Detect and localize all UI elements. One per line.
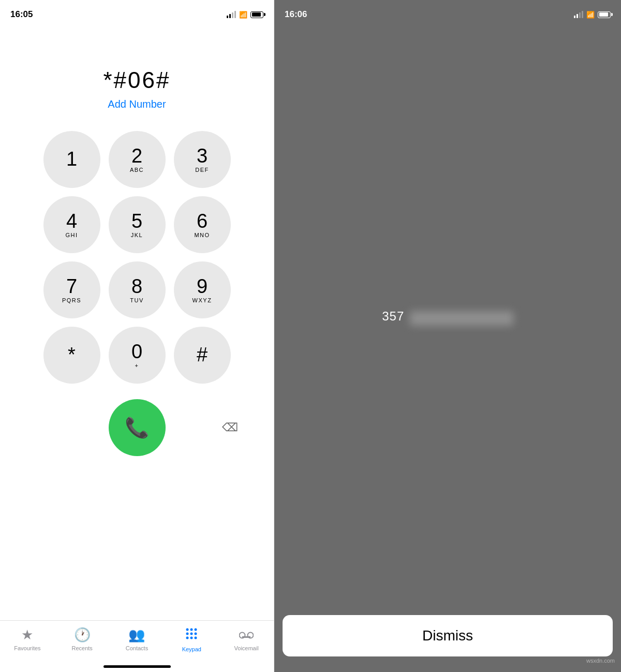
imei-prefix: 357 [382, 309, 404, 323]
tab-voicemail[interactable]: Voicemail [228, 627, 264, 651]
svg-point-2 [195, 629, 197, 631]
key-8-button[interactable]: 8TUV [109, 261, 166, 318]
tab-voicemail-label: Voicemail [234, 645, 259, 651]
dismiss-container: Dismiss [274, 609, 621, 672]
key-8-letters: TUV [130, 297, 144, 303]
key-6-button[interactable]: 6MNO [174, 196, 231, 253]
key-8-number: 8 [131, 276, 142, 296]
key-9-number: 9 [197, 276, 208, 296]
right-time: 16:06 [285, 9, 307, 20]
key-9-letters: WXYZ [193, 297, 212, 303]
svg-point-6 [186, 637, 189, 639]
dialer-content: *#06# Add Number 12ABC3DEF4GHI5JKL6MNO7P… [0, 26, 274, 620]
right-status-bar: 16:06 📶 [274, 0, 621, 26]
tab-keypad-label: Keypad [182, 646, 201, 652]
svg-point-4 [190, 633, 193, 635]
right-wifi-icon: 📶 [586, 11, 595, 19]
key-3-button[interactable]: 3DEF [174, 131, 231, 188]
key-5-letters: JKL [131, 232, 143, 238]
key-5-number: 5 [131, 211, 142, 231]
svg-point-7 [190, 637, 193, 639]
key-0-letters: + [135, 362, 139, 369]
imei-value: 357 [382, 309, 513, 326]
action-row: 📞 ⌫ [0, 399, 274, 456]
svg-point-8 [195, 637, 197, 639]
left-status-icons: 📶 [227, 11, 263, 19]
svg-point-5 [195, 633, 197, 635]
key-4-letters: GHI [65, 232, 78, 238]
key-0-number: 0 [131, 342, 142, 361]
key-3-number: 3 [197, 146, 208, 166]
key-2-letters: ABC [130, 167, 144, 173]
key-*-number: * [68, 345, 76, 364]
key-7-number: 7 [66, 276, 77, 296]
key-7-letters: PQRS [62, 297, 81, 303]
keypad-icon [185, 627, 198, 644]
imei-display-area: 357 [274, 26, 621, 609]
key-7-button[interactable]: 7PQRS [43, 261, 100, 318]
key-1-number: 1 [66, 149, 77, 169]
tab-favourites-label: Favourites [14, 645, 40, 651]
signal-bars-icon [227, 11, 236, 18]
keypad-grid: 12ABC3DEF4GHI5JKL6MNO7PQRS8TUV9WXYZ*0+# [43, 131, 231, 384]
right-signal-bars-icon [574, 11, 583, 18]
key-4-button[interactable]: 4GHI [43, 196, 100, 253]
favourites-icon: ★ [21, 627, 33, 643]
wifi-icon: 📶 [239, 11, 247, 19]
dialed-number: *#06# [103, 67, 170, 93]
tab-keypad[interactable]: Keypad [173, 627, 210, 652]
key-2-number: 2 [131, 146, 142, 166]
key-6-letters: MNO [194, 232, 210, 238]
phone-icon: 📞 [125, 416, 149, 439]
tab-recents-label: Recents [72, 645, 93, 651]
key-3-letters: DEF [195, 167, 209, 173]
key-2-button[interactable]: 2ABC [109, 131, 166, 188]
contacts-icon: 👥 [128, 627, 145, 643]
key-9-button[interactable]: 9WXYZ [174, 261, 231, 318]
right-battery-icon [598, 11, 611, 18]
key-5-button[interactable]: 5JKL [109, 196, 166, 253]
key-6-number: 6 [197, 211, 208, 231]
left-status-bar: 16:05 📶 [0, 0, 274, 26]
svg-point-0 [186, 629, 189, 631]
svg-point-1 [190, 629, 193, 631]
key-0-button[interactable]: 0+ [109, 327, 166, 384]
add-number-button[interactable]: Add Number [108, 98, 166, 110]
tab-recents[interactable]: 🕐 Recents [64, 627, 100, 651]
voicemail-icon [239, 627, 254, 643]
dismiss-button[interactable]: Dismiss [283, 615, 613, 656]
key-1-button[interactable]: 1 [43, 131, 100, 188]
delete-icon: ⌫ [222, 421, 238, 434]
call-button[interactable]: 📞 [109, 399, 166, 456]
right-phone-screen: 16:06 📶 357 Dismiss wsxdn.com [274, 0, 621, 672]
imei-redacted [410, 311, 513, 326]
battery-icon [250, 11, 263, 18]
tab-favourites[interactable]: ★ Favourites [9, 627, 46, 651]
right-status-icons: 📶 [574, 11, 611, 19]
delete-button[interactable]: ⌫ [217, 415, 243, 441]
left-phone-screen: 16:05 📶 *#06# Add Number 12ABC3DEF4GHI5J… [0, 0, 274, 672]
key-#-button[interactable]: # [174, 327, 231, 384]
home-indicator [103, 665, 171, 668]
key-#-number: # [197, 345, 208, 364]
watermark: wsxdn.com [586, 658, 615, 664]
tab-contacts[interactable]: 👥 Contacts [119, 627, 155, 651]
tab-contacts-label: Contacts [126, 645, 148, 651]
left-time: 16:05 [10, 9, 33, 20]
svg-rect-11 [242, 636, 250, 638]
key-*-button[interactable]: * [43, 327, 100, 384]
key-4-number: 4 [66, 211, 77, 231]
svg-point-3 [186, 633, 189, 635]
tab-bar: ★ Favourites 🕐 Recents 👥 Contacts [0, 620, 274, 672]
recents-icon: 🕐 [74, 627, 91, 643]
